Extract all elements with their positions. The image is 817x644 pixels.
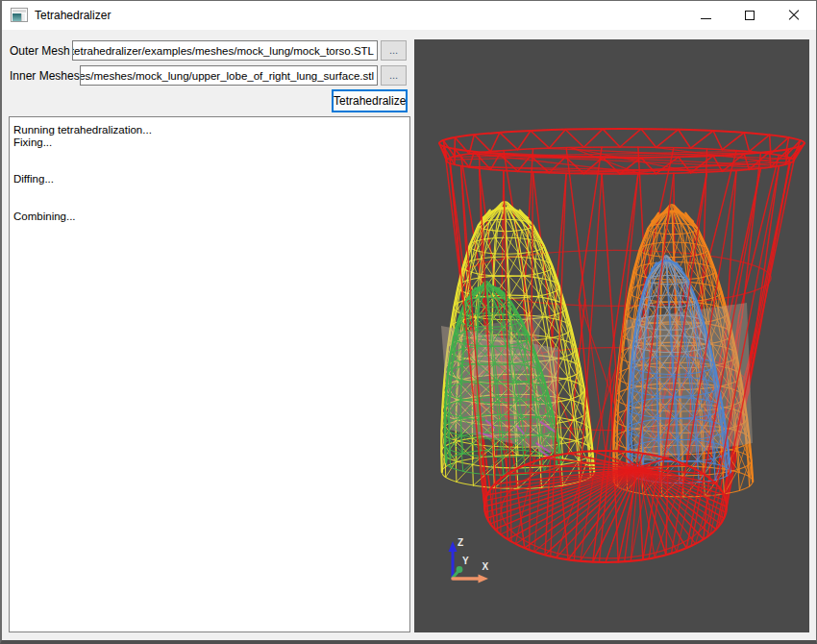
inner-meshes-input[interactable]: mples/meshes/mock_lung/upper_lobe_of_rig… xyxy=(80,65,378,86)
app-window: Tetrahedralizer Outer Mesh hub/tetrahedr… xyxy=(0,0,817,644)
close-icon xyxy=(788,10,800,21)
maximize-icon xyxy=(745,11,755,20)
svg-text:Z: Z xyxy=(458,537,463,548)
inner-meshes-browse-button[interactable]: ... xyxy=(381,65,407,86)
outer-mesh-label: Outer Mesh xyxy=(10,44,70,58)
viewport-3d[interactable]: ZYX xyxy=(414,39,809,632)
titlebar[interactable]: Tetrahedralizer xyxy=(2,1,816,30)
app-icon xyxy=(11,8,28,22)
close-button[interactable] xyxy=(772,1,816,30)
window-title: Tetrahedralizer xyxy=(35,9,111,22)
svg-text:X: X xyxy=(483,561,489,572)
log-output[interactable]: Running tetrahedralization... Fixing... … xyxy=(9,116,410,632)
outer-mesh-browse-button[interactable]: ... xyxy=(381,40,407,61)
outer-mesh-input[interactable]: hub/tetrahedralizer/examples/meshes/mock… xyxy=(72,40,378,61)
maximize-button[interactable] xyxy=(728,1,772,30)
orientation-axes-gizmo: ZYX xyxy=(449,537,489,583)
inner-meshes-value: mples/meshes/mock_lung/upper_lobe_of_rig… xyxy=(80,70,374,82)
tetrahedralize-button[interactable]: Tetrahedralize xyxy=(332,89,408,112)
outer-mesh-value: hub/tetrahedralizer/examples/meshes/mock… xyxy=(72,45,374,57)
minimize-button[interactable] xyxy=(683,1,728,30)
scene-canvas[interactable]: ZYX xyxy=(414,39,809,632)
minimize-icon xyxy=(701,18,711,19)
inner-meshes-label: Inner Meshes xyxy=(10,69,80,83)
svg-text:Y: Y xyxy=(462,556,469,566)
